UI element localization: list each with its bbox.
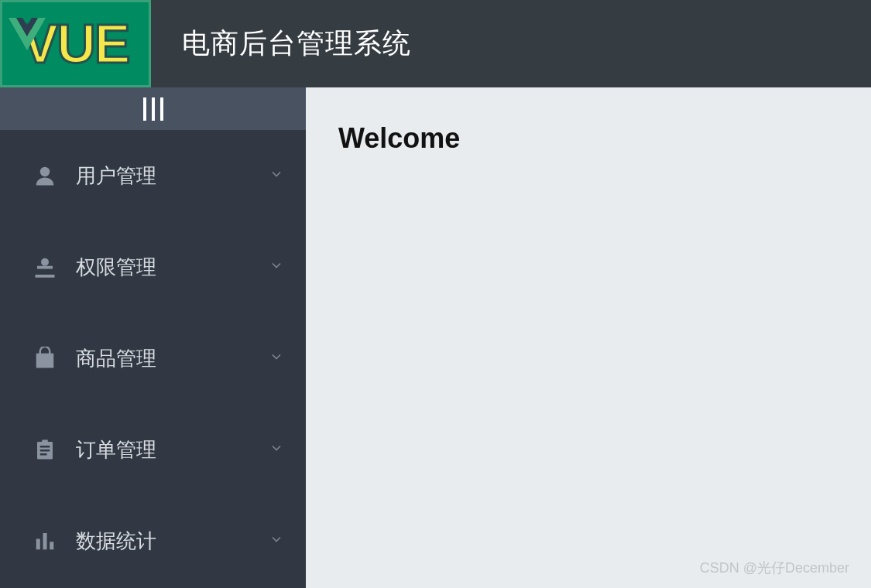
main-content: Welcome <box>306 87 871 588</box>
sidebar-item-label: 用户管理 <box>76 162 269 190</box>
body: 用户管理 权限管理 商品管理 <box>0 87 871 588</box>
permission-icon <box>31 253 59 281</box>
sidebar-item-label: 商品管理 <box>76 345 269 372</box>
chevron-down-icon <box>269 349 284 368</box>
order-icon <box>31 436 59 463</box>
report-icon <box>31 527 59 555</box>
svg-point-1 <box>41 258 49 266</box>
chevron-down-icon <box>269 258 284 276</box>
chevron-down-icon <box>269 532 284 550</box>
svg-rect-4 <box>36 539 40 550</box>
svg-rect-3 <box>36 275 55 278</box>
watermark: CSDN @光仔December <box>700 559 849 577</box>
sidebar-item-label: 权限管理 <box>76 254 269 281</box>
sidebar-item-goods[interactable]: 商品管理 <box>0 313 306 404</box>
page-title: 电商后台管理系统 <box>182 25 411 63</box>
sidebar-item-label: 订单管理 <box>76 436 269 463</box>
collapse-icon <box>143 97 163 121</box>
welcome-heading: Welcome <box>338 122 838 155</box>
vue-logo-icon <box>9 18 46 50</box>
sidebar-item-reports[interactable]: 数据统计 <box>0 495 306 586</box>
svg-rect-5 <box>43 533 47 549</box>
svg-point-0 <box>40 167 50 177</box>
sidebar-collapse-toggle[interactable] <box>0 87 306 130</box>
sidebar-item-label: 数据统计 <box>76 528 269 555</box>
sidebar: 用户管理 权限管理 商品管理 <box>0 87 306 588</box>
sidebar-item-orders[interactable]: 订单管理 <box>0 404 306 495</box>
chevron-down-icon <box>269 440 284 459</box>
goods-icon <box>31 344 59 372</box>
svg-rect-6 <box>50 542 53 549</box>
sidebar-item-users[interactable]: 用户管理 <box>0 130 306 221</box>
chevron-down-icon <box>269 166 284 185</box>
user-icon <box>31 162 59 190</box>
logo: VUE <box>0 0 151 87</box>
sidebar-item-permissions[interactable]: 权限管理 <box>0 221 306 313</box>
header: VUE 电商后台管理系统 <box>0 0 871 87</box>
svg-rect-2 <box>37 266 53 269</box>
